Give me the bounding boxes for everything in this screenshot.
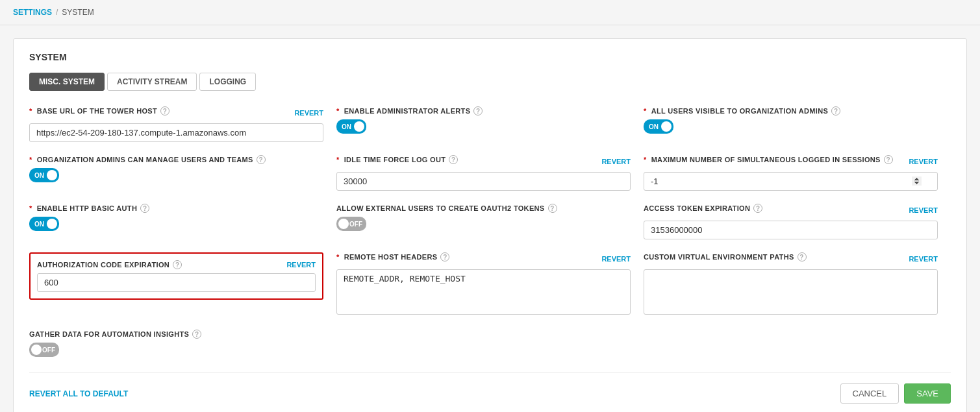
cancel-button[interactable]: CANCEL bbox=[840, 383, 899, 404]
revert-all-button[interactable]: REVERT ALL TO DEFAULT bbox=[29, 389, 128, 398]
footer-buttons: CANCEL SAVE bbox=[840, 383, 951, 404]
access-token-help-icon[interactable]: ? bbox=[753, 204, 762, 213]
idle-time-input[interactable] bbox=[336, 172, 631, 191]
enable-http-toggle[interactable]: ON bbox=[29, 217, 59, 231]
remote-host-label: REMOTE HOST HEADERS bbox=[344, 253, 438, 261]
field-idle-time: * IDLE TIME FORCE LOG OUT ? REVERT bbox=[336, 155, 644, 191]
required-star: * bbox=[336, 253, 340, 261]
breadcrumb-settings[interactable]: SETTINGS bbox=[13, 8, 52, 17]
toggle-knob bbox=[354, 121, 364, 132]
breadcrumb: SETTINGS / SYSTEM bbox=[0, 0, 980, 25]
base-url-input[interactable] bbox=[29, 123, 323, 142]
custom-venv-textarea[interactable] bbox=[644, 269, 938, 315]
enable-admin-alerts-toggle[interactable]: ON bbox=[336, 119, 366, 134]
allow-external-toggle[interactable]: OFF bbox=[336, 217, 366, 231]
gather-data-toggle[interactable]: OFF bbox=[29, 343, 59, 357]
page-title: SYSTEM bbox=[29, 52, 951, 62]
max-sessions-revert[interactable]: REVERT bbox=[909, 158, 938, 165]
field-enable-admin-alerts: * ENABLE ADMINISTRATOR ALERTS ? ON bbox=[336, 106, 644, 142]
idle-time-label: IDLE TIME FORCE LOG OUT bbox=[344, 156, 446, 164]
enable-admin-alerts-label: ENABLE ADMINISTRATOR ALERTS bbox=[344, 107, 471, 115]
base-url-revert[interactable]: REVERT bbox=[294, 109, 323, 117]
remote-host-help-icon[interactable]: ? bbox=[440, 252, 449, 261]
org-admins-label: ORGANIZATION ADMINS CAN MANAGE USERS AND… bbox=[37, 156, 253, 164]
field-access-token: ACCESS TOKEN EXPIRATION ? REVERT bbox=[644, 204, 951, 239]
toggle-on-label: ON bbox=[32, 172, 44, 179]
toggle-knob bbox=[661, 121, 672, 132]
remote-host-revert[interactable]: REVERT bbox=[601, 255, 631, 263]
toggle-on-label: ON bbox=[646, 123, 659, 130]
required-star: * bbox=[29, 107, 32, 115]
required-star: * bbox=[29, 156, 32, 164]
all-users-visible-toggle[interactable]: ON bbox=[644, 119, 673, 134]
enable-http-label: ENABLE HTTP BASIC AUTH bbox=[37, 204, 138, 212]
field-gather-data: GATHER DATA FOR AUTOMATION INSIGHTS ? OF… bbox=[29, 330, 951, 357]
required-star: * bbox=[644, 156, 647, 164]
enable-http-toggle-wrap: ON bbox=[29, 217, 323, 231]
enable-admin-alerts-help-icon[interactable]: ? bbox=[473, 106, 483, 115]
footer: REVERT ALL TO DEFAULT CANCEL SAVE bbox=[29, 372, 951, 404]
toggle-knob bbox=[338, 219, 349, 229]
toggle-knob bbox=[47, 219, 57, 229]
org-admins-help-icon[interactable]: ? bbox=[257, 155, 266, 164]
custom-venv-revert[interactable]: REVERT bbox=[909, 255, 938, 263]
field-max-sessions: * MAXIMUM NUMBER OF SIMULTANEOUS LOGGED … bbox=[644, 155, 951, 191]
custom-venv-help-icon[interactable]: ? bbox=[798, 252, 807, 261]
idle-time-revert[interactable]: REVERT bbox=[601, 158, 631, 165]
field-allow-external: ALLOW EXTERNAL USERS TO CREATE OAUTH2 TO… bbox=[336, 204, 644, 239]
field-enable-http: * ENABLE HTTP BASIC AUTH ? ON bbox=[29, 204, 336, 239]
base-url-help-icon[interactable]: ? bbox=[160, 106, 170, 115]
gather-data-help-icon[interactable]: ? bbox=[192, 330, 201, 339]
breadcrumb-current: SYSTEM bbox=[62, 8, 94, 17]
auth-code-input[interactable] bbox=[37, 273, 316, 292]
auth-code-help-icon[interactable]: ? bbox=[173, 260, 182, 269]
tab-misc-system[interactable]: MISC. SYSTEM bbox=[29, 73, 105, 91]
required-star: * bbox=[336, 156, 340, 164]
all-users-visible-label: ALL USERS VISIBLE TO ORGANIZATION ADMINS bbox=[651, 107, 829, 115]
auth-code-revert[interactable]: REVERT bbox=[286, 261, 316, 269]
required-star: * bbox=[29, 204, 32, 212]
allow-external-label: ALLOW EXTERNAL USERS TO CREATE OAUTH2 TO… bbox=[336, 204, 545, 212]
remote-host-textarea[interactable] bbox=[336, 269, 631, 315]
gather-data-toggle-wrap: OFF bbox=[29, 343, 951, 357]
custom-venv-label: CUSTOM VIRTUAL ENVIRONMENT PATHS bbox=[644, 253, 794, 261]
all-users-visible-toggle-wrap: ON bbox=[644, 119, 938, 134]
field-auth-code: AUTHORIZATION CODE EXPIRATION ? REVERT bbox=[29, 252, 336, 317]
enable-admin-alerts-toggle-wrap: ON bbox=[336, 119, 631, 134]
top-divider bbox=[0, 25, 980, 25]
enable-http-help-icon[interactable]: ? bbox=[140, 204, 149, 213]
tab-bar: MISC. SYSTEM ACTIVITY STREAM LOGGING bbox=[29, 73, 951, 91]
access-token-input[interactable] bbox=[644, 221, 938, 239]
field-all-users-visible: * ALL USERS VISIBLE TO ORGANIZATION ADMI… bbox=[644, 106, 951, 142]
toggle-on-label: ON bbox=[32, 221, 44, 228]
allow-external-toggle-wrap: OFF bbox=[336, 217, 631, 231]
field-remote-host: * REMOTE HOST HEADERS ? REVERT bbox=[336, 252, 644, 317]
org-admins-toggle-wrap: ON bbox=[29, 168, 323, 182]
save-button[interactable]: SAVE bbox=[904, 383, 951, 404]
base-url-label: BASE URL OF THE TOWER HOST bbox=[37, 107, 157, 115]
system-settings-card: SYSTEM MISC. SYSTEM ACTIVITY STREAM LOGG… bbox=[13, 38, 967, 412]
field-custom-venv: CUSTOM VIRTUAL ENVIRONMENT PATHS ? REVER… bbox=[644, 252, 951, 317]
required-star: * bbox=[644, 107, 647, 115]
max-sessions-help-icon[interactable]: ? bbox=[884, 155, 893, 164]
toggle-on-label: ON bbox=[339, 123, 351, 130]
all-users-visible-help-icon[interactable]: ? bbox=[831, 106, 840, 115]
field-org-admins: * ORGANIZATION ADMINS CAN MANAGE USERS A… bbox=[29, 155, 336, 191]
allow-external-help-icon[interactable]: ? bbox=[548, 204, 557, 213]
tab-activity-stream[interactable]: ACTIVITY STREAM bbox=[107, 73, 197, 91]
idle-time-help-icon[interactable]: ? bbox=[449, 155, 458, 164]
max-sessions-input[interactable] bbox=[644, 172, 938, 191]
access-token-label: ACCESS TOKEN EXPIRATION bbox=[644, 204, 750, 212]
toggle-knob bbox=[31, 345, 42, 355]
required-star: * bbox=[336, 107, 340, 115]
access-token-revert[interactable]: REVERT bbox=[909, 206, 938, 214]
breadcrumb-separator: / bbox=[56, 8, 58, 17]
max-sessions-label: MAXIMUM NUMBER OF SIMULTANEOUS LOGGED IN… bbox=[651, 156, 881, 164]
org-admins-toggle[interactable]: ON bbox=[29, 168, 59, 182]
gather-data-label: GATHER DATA FOR AUTOMATION INSIGHTS bbox=[29, 330, 189, 338]
tab-logging[interactable]: LOGGING bbox=[199, 73, 256, 91]
field-base-url: * BASE URL OF THE TOWER HOST ? REVERT bbox=[29, 106, 336, 142]
auth-code-label: AUTHORIZATION CODE EXPIRATION bbox=[37, 261, 170, 269]
toggle-knob bbox=[47, 170, 57, 180]
